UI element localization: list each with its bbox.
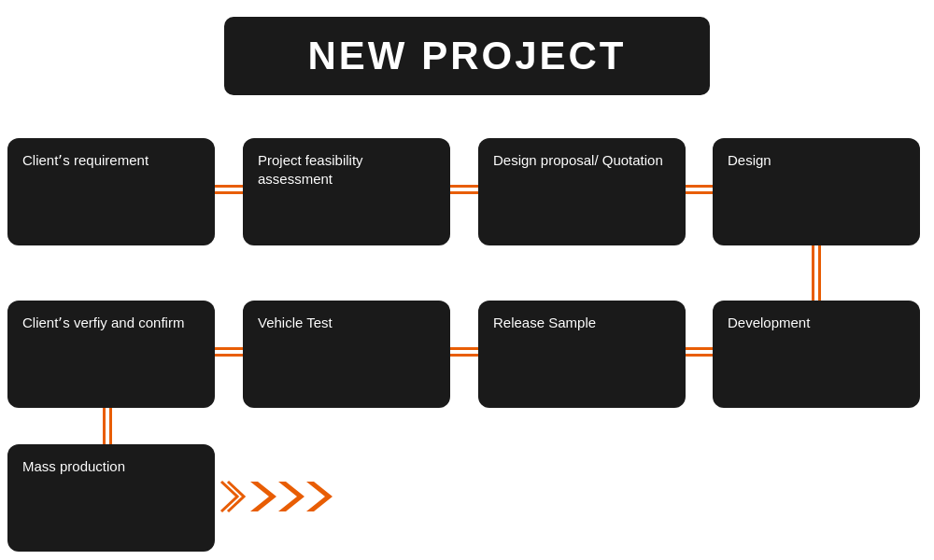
svg-marker-1 <box>278 482 304 511</box>
node-mass-production: Mass production <box>7 444 215 552</box>
connector-v-design-dev <box>812 245 821 301</box>
connector-v-verify-mass <box>103 408 112 444</box>
node-verify: Clientʼs verfiy and confirm <box>7 301 215 408</box>
node-release-sample: Release Sample <box>478 301 686 408</box>
node-feasibility: Project feasibility assessment <box>243 138 450 245</box>
connector-h1-1 <box>215 185 243 194</box>
connector-h2-1 <box>215 347 243 357</box>
svg-marker-0 <box>250 482 276 511</box>
chevron-arrows-icon <box>217 480 338 513</box>
node-development: Development <box>713 301 920 408</box>
node-design-proposal: Design proposal/ Quotation <box>478 138 686 245</box>
svg-marker-2 <box>306 482 333 511</box>
node-vehicle-test: Vehicle Test <box>243 301 450 408</box>
node-design: Design <box>713 138 920 245</box>
connector-h2-2 <box>450 347 478 357</box>
node-client-requirement: Clientʼs requirement <box>7 138 215 245</box>
connector-h1-3 <box>686 185 713 194</box>
page-title: NEW PROJECT <box>307 34 626 77</box>
connector-h1-2 <box>450 185 478 194</box>
title-box: NEW PROJECT <box>224 17 710 95</box>
mass-production-arrows <box>217 480 338 513</box>
connector-h2-3 <box>686 347 713 357</box>
